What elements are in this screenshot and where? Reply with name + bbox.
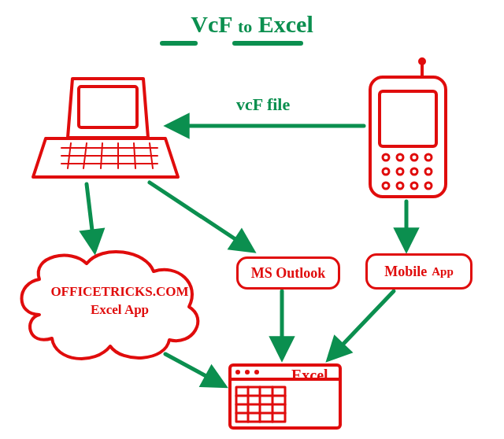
svg-point-19 <box>397 168 403 175</box>
excel-label: Excel <box>291 367 328 385</box>
svg-point-23 <box>397 183 403 189</box>
arrow-cloud-to-excel <box>165 354 224 386</box>
phone-icon <box>370 59 446 197</box>
svg-point-16 <box>411 154 417 160</box>
svg-line-4 <box>68 143 71 168</box>
title-word-vcf: VcF <box>191 11 232 37</box>
cloud-line-1: OFFICETRICKS.COM <box>49 283 191 301</box>
laptop-icon <box>33 79 178 177</box>
svg-point-22 <box>383 183 389 189</box>
svg-point-11 <box>420 59 424 64</box>
svg-line-6 <box>101 143 102 168</box>
arrow-mobileapp-to-excel <box>329 291 394 359</box>
node-mobile-app: Mobile App <box>365 253 472 290</box>
svg-point-28 <box>235 370 240 374</box>
svg-point-21 <box>425 168 432 175</box>
svg-point-20 <box>411 168 417 175</box>
svg-rect-31 <box>236 387 285 422</box>
svg-rect-13 <box>380 91 436 146</box>
svg-point-29 <box>245 370 250 374</box>
mobile-app-word-1: Mobile <box>384 264 427 280</box>
node-ms-outlook: MS Outlook <box>236 256 340 290</box>
svg-line-9 <box>150 143 153 168</box>
arrow-laptop-to-cloud <box>87 184 94 250</box>
svg-point-15 <box>397 154 403 160</box>
svg-point-30 <box>254 370 259 374</box>
svg-point-25 <box>425 183 432 189</box>
svg-point-14 <box>383 154 389 160</box>
svg-point-18 <box>383 168 389 175</box>
node-officetricks-app: OFFICETRICKS.COM Excel App <box>49 283 191 319</box>
svg-line-8 <box>134 143 135 168</box>
title-word-excel: Excel <box>258 11 313 37</box>
svg-rect-12 <box>370 77 446 197</box>
title-underline-1 <box>160 41 198 46</box>
svg-rect-0 <box>79 87 137 127</box>
cloud-line-2: Excel App <box>49 301 191 319</box>
diagram-title: VcF to Excel <box>0 11 504 38</box>
title-underline-2 <box>232 41 303 46</box>
svg-point-17 <box>425 154 432 160</box>
svg-point-24 <box>411 183 417 189</box>
arrow-laptop-to-outlook <box>150 183 252 250</box>
title-word-to: to <box>238 17 252 36</box>
svg-line-5 <box>83 143 87 168</box>
mobile-app-word-2: App <box>432 265 454 279</box>
arrow-label-vcf-file: vcF file <box>236 94 290 115</box>
